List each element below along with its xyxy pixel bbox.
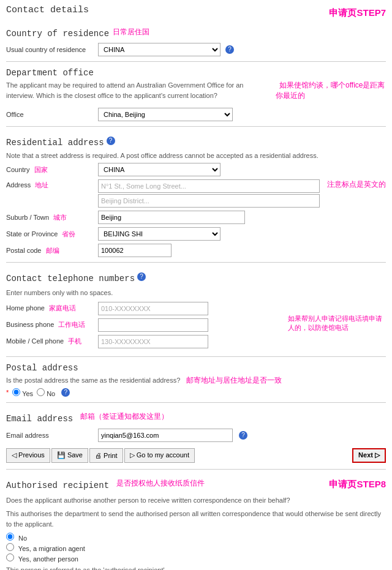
page-title: Contact details <box>6 5 89 15</box>
next-button-top[interactable]: Next ▷ <box>352 448 386 463</box>
postal-label: Postal code <box>6 247 41 254</box>
auth-yes-agent-radio[interactable] <box>6 543 14 551</box>
mobile-phone-ann: 手机 <box>68 337 81 345</box>
postal-input[interactable] <box>98 244 172 257</box>
email-input[interactable] <box>98 429 233 442</box>
office-label: Office <box>6 111 24 118</box>
contact-telephone-section: Contact telephone numbers ? Enter number… <box>6 268 386 351</box>
email-ann-title: 邮箱（签证通知都发这里） <box>80 411 168 422</box>
auth-no-radio[interactable] <box>6 533 14 541</box>
telephone-description: Enter numbers only with no spaces. <box>6 288 386 298</box>
res-country-select[interactable]: CHINA AUSTRALIA OTHER <box>98 163 221 176</box>
res-country-label: Country <box>6 166 30 173</box>
save-button-top[interactable]: 💾 Save <box>51 448 88 463</box>
telephone-title: Contact telephone numbers <box>6 274 135 283</box>
dept-office-title: Department office <box>6 68 386 78</box>
postal-section-title: Postal address <box>6 363 386 373</box>
phone-side-note: 如果帮别人申请记得电话填申请人的，以防使馆电话 <box>288 315 382 331</box>
auth-no-label[interactable]: No <box>6 533 386 542</box>
country-section-title: Country of residence <box>6 29 109 39</box>
postal-ann: 邮编 <box>46 247 59 254</box>
toolbar-top: ◁ Previous 💾 Save 🖨 Print ▷ Go to my acc… <box>6 448 386 463</box>
postal-help-icon[interactable]: ? <box>61 388 70 397</box>
res-address-label: Address <box>6 181 31 189</box>
postal-no-text: No <box>47 390 55 397</box>
goto-account-button-top[interactable]: ▷ Go to my account <box>124 448 195 463</box>
suburb-label: Suburb / Town <box>6 214 49 221</box>
home-phone-input[interactable] <box>98 302 208 315</box>
state-label: State or Province <box>6 230 58 238</box>
suburb-ann: 城市 <box>53 214 67 221</box>
auth-footnote: This person is referred to as the 'autho… <box>6 565 386 570</box>
postal-yes-radio[interactable] <box>12 388 20 396</box>
auth-yes-person-radio[interactable] <box>6 553 14 561</box>
dept-office-ann: 如果使馆约谈，哪个office是距离你最近的 <box>276 81 385 100</box>
country-label: Usual country of residence <box>6 46 86 53</box>
email-section-title: Email address <box>6 414 73 424</box>
step8-label: 申请页STEP8 <box>329 479 386 490</box>
res-country-ann: 国家 <box>34 166 48 173</box>
telephone-help-icon[interactable]: ? <box>137 272 146 281</box>
auth-description: Does the applicant authorise another per… <box>6 495 386 506</box>
step7-label: 申请页STEP7 <box>329 7 386 19</box>
postal-no-radio[interactable] <box>37 388 45 396</box>
address-line2-input[interactable] <box>98 194 320 208</box>
suburb-input[interactable] <box>98 211 245 224</box>
res-address-ann: 地址 <box>35 181 48 189</box>
state-ann: 省份 <box>62 230 75 238</box>
auth-yes-person-text: Yes, another person <box>18 555 78 563</box>
auth-note: This authorises the department to send t… <box>6 509 386 529</box>
residential-title: Residential address <box>6 138 104 148</box>
auth-yes-agent-text: Yes, a migration agent <box>18 545 85 552</box>
auth-radio-group: No Yes, a migration agent Yes, another p… <box>6 533 386 563</box>
office-select[interactable]: China, Beijing China, Shanghai China, Gu… <box>98 108 233 121</box>
department-office-section: Department office The applicant may be r… <box>6 68 386 121</box>
postal-no-label[interactable]: No <box>37 388 55 397</box>
postal-required-star: * <box>6 389 9 396</box>
auth-yes-person-label[interactable]: Yes, another person <box>6 553 386 563</box>
business-phone-label: Business phone <box>6 321 54 328</box>
business-phone-ann: 工作电话 <box>58 321 85 328</box>
postal-address-section: Postal address Is the postal address the… <box>6 363 386 397</box>
print-button-top[interactable]: 🖨 Print <box>89 448 123 463</box>
email-label: Email address <box>6 432 49 439</box>
mobile-phone-input[interactable] <box>98 335 208 348</box>
postal-description: Is the postal address the same as the re… <box>6 375 180 386</box>
postal-yes-label[interactable]: Yes <box>12 388 33 397</box>
address-punctuation-ann: 注意标点是英文的 <box>327 180 386 189</box>
address-line1-input[interactable] <box>98 179 320 193</box>
home-phone-ann: 家庭电话 <box>49 304 76 312</box>
authorised-recipient-section: Authorised recipient 是否授权他人接收纸质信件 申请页STE… <box>6 474 386 571</box>
postal-yes-text: Yes <box>22 390 33 397</box>
country-ann-title: 日常居住国 <box>113 27 149 37</box>
email-help-icon[interactable]: ? <box>239 431 247 440</box>
auth-recipient-title: Authorised recipient <box>6 481 109 490</box>
auth-recipient-ann: 是否授权他人接收纸质信件 <box>116 478 205 489</box>
country-select[interactable]: CHINA AUSTRALIA OTHER <box>98 43 221 56</box>
postal-ann-desc: 邮寄地址与居住地址是否一致 <box>186 375 282 386</box>
auth-yes-agent-label[interactable]: Yes, a migration agent <box>6 543 386 552</box>
email-address-section: Email address 邮箱（签证通知都发这里） Email address… <box>6 408 386 442</box>
business-phone-input[interactable] <box>98 318 208 332</box>
country-of-residence-section: Country of residence 日常居住国 Usual country… <box>6 23 386 56</box>
residential-note: Note that a street address is required. … <box>6 152 386 159</box>
dept-office-description: The applicant may be required to attend … <box>6 80 272 100</box>
previous-button-top[interactable]: ◁ Previous <box>6 448 50 463</box>
auth-no-text: No <box>18 534 27 542</box>
home-phone-label: Home phone <box>6 304 45 312</box>
mobile-phone-label: Mobile / Cell phone <box>6 337 64 345</box>
country-help-icon[interactable]: ? <box>225 45 234 54</box>
residential-address-section: Residential address ? Note that a street… <box>6 132 386 257</box>
residential-help-icon[interactable]: ? <box>107 137 115 145</box>
state-select[interactable]: BEIJING SHI SHANGHAI SHI GUANGDONG SHENG <box>98 227 221 241</box>
